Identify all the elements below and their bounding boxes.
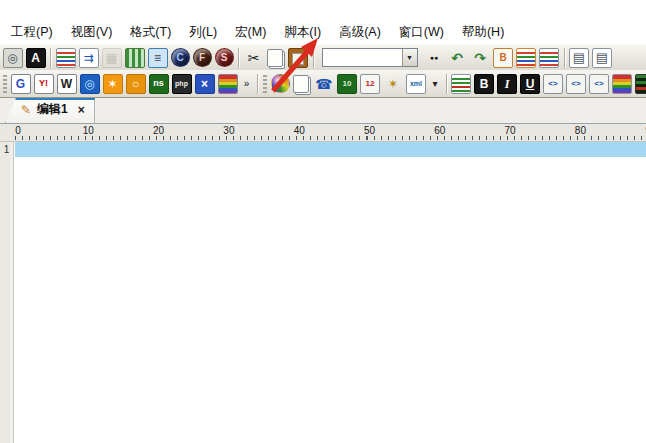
ruler-label: 40 (294, 125, 305, 136)
underline-icon[interactable]: U (520, 74, 540, 94)
menubar-item[interactable]: 窗口(W) (390, 21, 453, 44)
ruler-label: 30 (223, 125, 234, 136)
ruler: 0102030405060708090 (0, 124, 646, 142)
encoding-pages-icon[interactable] (293, 75, 309, 93)
colored-list-icon[interactable] (56, 48, 76, 68)
indent-tags-icon[interactable]: <> (543, 74, 563, 94)
menubar-item[interactable]: 高级(A) (330, 21, 390, 44)
column-mode-icon[interactable] (125, 48, 145, 68)
menubar-item[interactable]: 帮助(H) (453, 21, 513, 44)
yahoo-search-icon[interactable]: Y! (34, 74, 54, 94)
find-combobox-value[interactable] (323, 49, 402, 66)
ruler-label: 10 (83, 125, 94, 136)
zoom-preview-icon[interactable]: ◎ (3, 48, 23, 68)
ns-icon[interactable]: ns (149, 74, 169, 94)
tab-close-icon[interactable]: × (78, 103, 85, 117)
menubar-item[interactable]: 宏(M) (226, 21, 275, 44)
ruler-ticks (15, 136, 646, 140)
dropdown-chevron-icon[interactable]: ▾ (429, 74, 441, 94)
toolbar-separator (50, 48, 51, 68)
menubar-item[interactable]: 工程(P) (2, 21, 62, 44)
toolbar-row-2: GY!W◎✶○nsphp×»☎1012✶xml▾BIU<><><><> (0, 70, 646, 98)
toolbar-separator (257, 74, 258, 94)
titlebar-area (0, 0, 646, 20)
toolbar-separator (238, 48, 239, 68)
ultracompare-icon[interactable]: C (171, 48, 190, 67)
italic-icon[interactable]: I (497, 74, 517, 94)
bold-icon[interactable]: B (474, 74, 494, 94)
dark-list-icon[interactable] (635, 74, 646, 94)
toolbar-row-1: ◎A⇉▦≡CFS✂▼●●↶↷B▤▤ (0, 44, 646, 70)
windows-logo-icon[interactable] (218, 74, 238, 94)
syntax-list-icon[interactable] (451, 74, 471, 94)
orange-circle-icon[interactable]: ○ (126, 74, 146, 94)
menubar-item[interactable]: 视图(V) (62, 21, 122, 44)
line-number: 1 (0, 142, 13, 157)
more-buttons-chevron[interactable]: » (241, 74, 253, 94)
tab-label: 编辑1 (37, 101, 68, 118)
format-doc-right-icon[interactable]: ▤ (592, 48, 612, 68)
menubar-item[interactable]: 脚本(I) (275, 21, 330, 44)
font-color-icon[interactable]: A (26, 48, 46, 68)
find-combobox[interactable]: ▼ (322, 48, 418, 67)
number-tags-icon[interactable]: <> (589, 74, 609, 94)
php-icon[interactable]: php (172, 74, 192, 94)
xml-doc-icon[interactable]: xml (406, 74, 426, 94)
insert-date-icon[interactable]: ▦ (102, 48, 122, 68)
toolbar-grip (3, 75, 7, 93)
ultrasentry-icon[interactable]: S (215, 48, 234, 67)
split-tags-icon[interactable]: <> (566, 74, 586, 94)
bookmark-list-icon[interactable] (516, 48, 536, 68)
word-wrap-icon[interactable]: ≡ (148, 48, 168, 68)
date-convert-icon[interactable]: 12 (360, 74, 380, 94)
combobox-dropdown-arrow-icon[interactable]: ▼ (402, 49, 417, 66)
ruler-label: 20 (153, 125, 164, 136)
phone-hand-icon[interactable]: ☎ (314, 74, 334, 94)
menubar-item[interactable]: 列(L) (180, 21, 226, 44)
ruler-label: 50 (364, 125, 375, 136)
toolbar-grip (263, 75, 267, 93)
blue-globe-icon[interactable]: ◎ (80, 74, 100, 94)
pencil-icon: ✎ (21, 103, 31, 117)
color-wheel-icon[interactable] (271, 74, 290, 93)
toggle-bookmark-icon[interactable]: B (493, 48, 513, 68)
ruler-label: 80 (575, 125, 586, 136)
format-doc-left-icon[interactable]: ▤ (569, 48, 589, 68)
find-previous-icon[interactable]: ↶ (447, 48, 467, 68)
ruler-label: 60 (434, 125, 445, 136)
copy-icon[interactable] (267, 49, 283, 67)
menubar: 工程(P)视图(V)格式(T)列(L)宏(M)脚本(I)高级(A)窗口(W)帮助… (0, 20, 646, 44)
magic-wand-icon[interactable]: ✶ (383, 74, 403, 94)
line-number-gutter: 1 (0, 142, 14, 443)
editor-area[interactable]: 1 (0, 142, 646, 443)
tab-edit1[interactable]: ✎ 编辑1 × (5, 98, 95, 123)
wikipedia-icon[interactable]: W (57, 74, 77, 94)
highlighted-line[interactable] (15, 142, 646, 157)
find-binoculars-icon[interactable]: ●● (424, 48, 444, 68)
cut-icon[interactable]: ✂ (244, 48, 264, 68)
ruler-label: 70 (505, 125, 516, 136)
toolbar-separator (446, 74, 447, 94)
sparkle-star-icon[interactable]: ✶ (103, 74, 123, 94)
toolbar-separator (564, 48, 565, 68)
rainbow-list-icon[interactable] (612, 74, 632, 94)
google-search-icon[interactable]: G (11, 74, 31, 94)
paste-icon[interactable] (288, 48, 308, 68)
find-next-icon[interactable]: ↷ (470, 48, 490, 68)
table-convert-icon[interactable]: 10 (337, 74, 357, 94)
blue-cross-icon[interactable]: × (195, 74, 215, 94)
app-window: { "menubar": { "items": ["工程(P)", "视图(V)… (0, 0, 646, 443)
reformat-paragraph-icon[interactable]: ⇉ (79, 48, 99, 68)
find-in-list-icon[interactable] (539, 48, 559, 68)
ruler-label: 0 (15, 125, 21, 136)
ultrafinder-icon[interactable]: F (193, 48, 212, 67)
toolbar-separator (313, 48, 314, 68)
tabbar: ✎ 编辑1 × (0, 98, 646, 124)
menubar-item[interactable]: 格式(T) (121, 21, 180, 44)
